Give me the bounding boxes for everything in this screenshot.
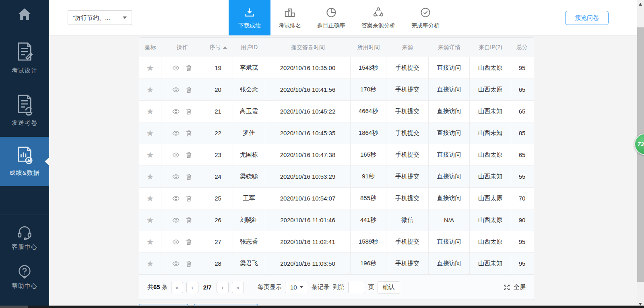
last-page-button[interactable]: »: [232, 282, 244, 293]
cell-source: 手机提交: [386, 166, 429, 187]
star-icon[interactable]: ★: [147, 259, 154, 268]
view-response-button[interactable]: [172, 64, 180, 72]
prev-page-button[interactable]: ‹: [186, 282, 198, 293]
star-icon[interactable]: ★: [147, 64, 154, 72]
star-icon[interactable]: ★: [147, 216, 154, 224]
view-response-button[interactable]: [172, 151, 180, 159]
cell-ip: 山西太原: [470, 79, 511, 100]
actions-cell: [161, 253, 203, 274]
cell-source: 手机提交: [386, 253, 429, 274]
view-response-button[interactable]: [172, 260, 180, 268]
cell-seq: 22: [203, 122, 233, 144]
scroll-up-arrow[interactable]: [639, 3, 642, 6]
view-icon: [172, 216, 180, 224]
view-response-button[interactable]: [172, 173, 180, 181]
sidebar-item-scores-data[interactable]: 成绩&数据: [0, 137, 49, 186]
star-icon[interactable]: ★: [147, 172, 154, 181]
delete-icon: [185, 107, 193, 116]
delete-response-button[interactable]: [185, 129, 193, 137]
sidebar: 考试设计 发送考卷 成绩&数据 客服中心 帮助中心: [0, 0, 49, 308]
tab-exam-ranking[interactable]: 考试排名: [270, 0, 309, 35]
cell-user-id: 王军: [233, 188, 265, 209]
delete-response-button[interactable]: [185, 107, 193, 116]
delete-icon: [185, 194, 193, 203]
cell-seq: 20: [203, 79, 233, 100]
scroll-down-arrow[interactable]: [639, 303, 642, 306]
ranking-podium-icon: [284, 6, 296, 19]
column-header-2[interactable]: 序号: [203, 38, 233, 57]
question-circle-icon: [17, 264, 32, 279]
badge-text: 73: [638, 141, 644, 147]
delete-response-button[interactable]: [185, 194, 193, 203]
results-table: 星标操作序号用户ID提交答卷时间所用时间来源来源详情来自IP(?)总分 ★19李…: [139, 37, 534, 300]
cell-submit-time: 2020/10/16 11:02:41: [265, 231, 351, 252]
cell-score: 65: [511, 79, 533, 100]
star-icon[interactable]: ★: [147, 107, 154, 116]
view-icon: [172, 64, 180, 72]
cell-seq: 27: [203, 231, 233, 252]
table-row: ★21高玉霞2020/10/16 10:45:224664秒手机提交直接访问山西…: [139, 101, 534, 122]
sidebar-item-label: 发送考卷: [12, 119, 37, 127]
tab-answer-source-analysis[interactable]: 答案来源分析: [353, 0, 403, 35]
star-icon[interactable]: ★: [147, 85, 154, 94]
star-icon[interactable]: ★: [147, 151, 154, 159]
cell-source-detail: 直接访问: [429, 122, 470, 144]
table-header-row: 星标操作序号用户ID提交答卷时间所用时间来源来源详情来自IP(?)总分: [139, 38, 534, 57]
tab-label: 下载成绩: [238, 22, 261, 29]
first-page-button[interactable]: «: [171, 282, 183, 293]
view-response-button[interactable]: [172, 194, 180, 203]
sidebar-item-send-exam[interactable]: 发送考卷: [0, 93, 49, 127]
delete-response-button[interactable]: [185, 238, 193, 246]
actions-cell: [161, 122, 203, 144]
headset-icon: [17, 225, 33, 240]
star-cell: ★: [139, 122, 161, 144]
star-icon[interactable]: ★: [147, 129, 154, 137]
star-icon[interactable]: ★: [147, 238, 154, 246]
cell-source-detail: 直接访问: [429, 79, 470, 100]
sidebar-divider: [0, 215, 49, 215]
confirm-button[interactable]: 确认: [378, 281, 400, 294]
star-icon[interactable]: ★: [147, 194, 154, 203]
per-page-select[interactable]: 10: [285, 282, 308, 293]
column-header-4: 提交答卷时间: [265, 38, 351, 57]
cell-submit-time: 2020/10/16 10:54:07: [265, 188, 351, 209]
fullscreen-toggle[interactable]: 全屏: [503, 283, 526, 291]
sidebar-item-service-center[interactable]: 客服中心: [0, 225, 49, 251]
next-page-button[interactable]: ›: [217, 282, 229, 293]
delete-response-button[interactable]: [185, 216, 193, 224]
sidebar-item-exam-design[interactable]: 考试设计: [0, 41, 49, 74]
view-response-button[interactable]: [172, 107, 180, 116]
delete-response-button[interactable]: [185, 260, 193, 268]
preview-questionnaire-button[interactable]: 预览问卷: [565, 11, 609, 25]
delete-response-button[interactable]: [185, 86, 193, 94]
tab-download-scores[interactable]: 下载成绩: [229, 0, 270, 35]
delete-response-button[interactable]: [185, 151, 193, 159]
cell-duration: 1589秒: [351, 231, 386, 252]
cell-submit-time: 2020/10/16 10:45:35: [265, 122, 351, 144]
sidebar-item-help-center[interactable]: 帮助中心: [0, 264, 49, 290]
tab-completion-rate-analysis[interactable]: 完成率分析: [403, 0, 448, 35]
cell-ip: 山西未知: [470, 122, 511, 144]
delete-response-button[interactable]: [185, 64, 193, 72]
pie-chart-icon: [325, 6, 337, 19]
table-row: ★28梁君飞2020/10/16 11:03:50196秒手机提交直接访问山西未…: [139, 253, 534, 275]
column-header-1: 操作: [161, 38, 203, 57]
view-response-button[interactable]: [172, 86, 180, 94]
tab-question-accuracy[interactable]: 题目正确率: [309, 0, 353, 35]
cell-duration: 165秒: [351, 144, 386, 165]
star-cell: ★: [139, 101, 161, 122]
view-response-button[interactable]: [172, 216, 180, 224]
delete-response-button[interactable]: [185, 173, 193, 181]
cell-user-id: 罗佳: [233, 122, 265, 144]
toolbar-tabs: 下载成绩 考试排名 题目正确率 答案来源分析 完成率分析: [229, 0, 448, 35]
view-response-button[interactable]: [172, 238, 180, 246]
sort-ascending-icon: [223, 46, 227, 49]
cell-ip: 山西太原: [470, 209, 511, 231]
sidebar-item-home[interactable]: [0, 6, 49, 23]
exam-selector-dropdown[interactable]: “厉行节约、...: [68, 10, 132, 25]
view-response-button[interactable]: [172, 129, 180, 137]
table-row: ★24梁骁聪2020/10/16 10:53:2991秒手机提交直接访问山西未知…: [139, 166, 534, 188]
table-row: ★19李斌茂2020/10/16 10:35:001543秒手机提交直接访问山西…: [139, 57, 534, 79]
goto-label: 到第: [333, 283, 345, 291]
goto-page-input[interactable]: [348, 282, 365, 293]
